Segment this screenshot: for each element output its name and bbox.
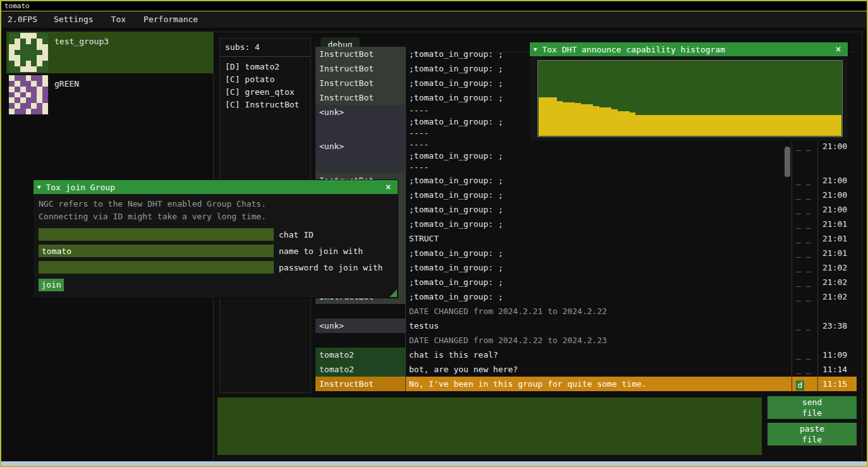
message-text: ;tomato_in_group: ; (406, 289, 792, 304)
message-flags: _ _ (792, 231, 818, 246)
chat-id-label: chat ID (279, 230, 314, 240)
message-input[interactable] (217, 397, 762, 455)
chat-message-row[interactable]: tomato2chat is this real?_ _11:09 (315, 348, 857, 362)
menu-performance[interactable]: Performance (135, 11, 207, 28)
chat-message-row[interactable]: <unk>---- ;tomato_in_group: ; ----_ _21:… (315, 139, 857, 173)
histogram-bar (545, 97, 551, 136)
join-name-label: name to join with (279, 246, 363, 256)
join-group-titlebar[interactable]: ▼ Tox join Group × (34, 180, 398, 194)
join-info-line: Connecting via ID might take a very long… (39, 210, 393, 223)
date-separator-row[interactable]: DATE CHANGED from 2024.2.21 to 2024.2.22 (315, 304, 857, 318)
message-flags: _ _ (792, 173, 818, 188)
message-text: ;tomato_in_group: ; (406, 275, 792, 289)
message-flags: _ _ (792, 202, 818, 217)
message-time: 21:02 (818, 275, 853, 289)
dht-histogram-titlebar[interactable]: ▼ Tox DHT announce capability histogram … (530, 42, 848, 56)
message-text: testus (406, 318, 792, 333)
menu-settings[interactable]: Settings (45, 11, 102, 28)
histogram-bar (672, 115, 678, 136)
histogram-bar (569, 102, 575, 136)
sender-name: tomato2 (315, 348, 406, 362)
message-text: ;tomato_in_group: ; (406, 246, 792, 260)
histogram-bar (678, 115, 684, 136)
message-text: chat is this real? (406, 348, 792, 362)
sender-name: InstructBot (315, 61, 406, 76)
os-titlebar[interactable]: tomato (1, 1, 867, 11)
chat-message-row[interactable]: InstructBotNo, I've been in this group f… (315, 377, 857, 391)
group-name: gREEN (54, 79, 79, 116)
message-flags: _ _ (792, 362, 818, 377)
close-icon[interactable]: × (382, 181, 394, 193)
histogram-bar (575, 103, 581, 136)
group-sidebar: test_group3gREEN (1, 32, 213, 116)
fps-counter: 2.0FPS (1, 11, 45, 28)
histogram-bar (690, 115, 696, 136)
join-password-input[interactable] (39, 261, 274, 274)
histogram-bar (769, 115, 775, 136)
message-time: 21:00 (818, 139, 853, 173)
histogram-bar (720, 115, 726, 136)
histogram-bar (563, 102, 569, 136)
histogram-bar (781, 115, 787, 136)
message-time: 11:15 (818, 377, 853, 391)
histogram-bar (745, 115, 751, 136)
histogram-bar (696, 115, 702, 136)
dht-histogram-window: ▼ Tox DHT announce capability histogram … (529, 42, 848, 142)
histogram-bar (642, 115, 648, 136)
sender-name: <unk> (315, 139, 406, 173)
message-flags: _ _ (792, 139, 818, 173)
collapse-arrow-icon[interactable]: ▼ (37, 184, 40, 190)
send-file-button[interactable]: send file (767, 396, 857, 419)
histogram-bars (539, 61, 841, 136)
menu-tox[interactable]: Tox (102, 11, 135, 28)
join-name-input[interactable] (39, 245, 274, 257)
paste-file-button[interactable]: paste file (767, 423, 857, 446)
histogram-bar (829, 115, 836, 136)
sender-name: InstructBot (315, 377, 406, 391)
histogram-bar (811, 115, 817, 136)
message-text: ---- ;tomato_in_group: ; ---- (406, 139, 792, 173)
histogram-bar (593, 106, 599, 136)
message-time (818, 333, 853, 348)
join-group-window: ▼ Tox join Group × NGC refers to the New… (33, 179, 398, 298)
histogram-bar (799, 115, 805, 136)
chat-message-row[interactable]: tomato2bot, are you new here?_ _11:14 (315, 362, 857, 377)
histogram-bar (654, 115, 660, 136)
message-time: 23:38 (818, 318, 853, 333)
chat-id-input[interactable] (39, 228, 274, 241)
message-time: 21:01 (818, 246, 853, 260)
join-button[interactable]: join (39, 279, 64, 291)
app-window: tomato 2.0FPSSettingsToxPerformance test… (0, 0, 868, 467)
member-potato[interactable]: [C] potato (220, 73, 310, 86)
sidebar-group-gREEN[interactable]: gREEN (6, 74, 213, 116)
window-title: tomato (4, 2, 30, 10)
message-time: 21:00 (818, 173, 853, 188)
message-flags (792, 333, 818, 348)
chat-message-row[interactable]: <unk>testus_ _23:38 (315, 318, 857, 333)
join-password-label: password to join with (279, 263, 382, 272)
message-time (818, 304, 853, 318)
message-flags: _ _ (792, 246, 818, 260)
message-time: 11:14 (818, 362, 853, 377)
histogram-plot[interactable] (537, 60, 843, 137)
histogram-bar (551, 97, 557, 136)
message-flags: _ _ (792, 318, 818, 333)
message-text: bot, are you new here? (406, 362, 792, 377)
collapse-arrow-icon[interactable]: ▼ (534, 46, 537, 52)
member-tomato2[interactable]: [D] tomato2 (220, 61, 310, 73)
close-icon[interactable]: × (833, 44, 844, 55)
member-InstructBot[interactable]: [C] InstructBot (220, 99, 310, 111)
member-green_qtox[interactable]: [C] green_qtox (220, 86, 310, 99)
resize-grip[interactable] (389, 289, 397, 297)
join-info-line: NGC refers to the New DHT enabled Group … (39, 198, 393, 210)
histogram-bar (587, 104, 594, 136)
date-changed-text: DATE CHANGED from 2024.2.21 to 2024.2.22 (406, 304, 792, 318)
sidebar-group-test_group3[interactable]: test_group3 (6, 32, 213, 73)
chat-scrollbar-thumb[interactable] (785, 147, 790, 177)
delivered-badge: d (796, 380, 804, 391)
message-time: 11:09 (818, 348, 853, 362)
histogram-bar (823, 115, 829, 136)
date-separator-row[interactable]: DATE CHANGED from 2024.2.22 to 2024.2.23 (315, 333, 857, 348)
histogram-bar (660, 115, 666, 136)
sender-name: <unk> (315, 105, 406, 139)
